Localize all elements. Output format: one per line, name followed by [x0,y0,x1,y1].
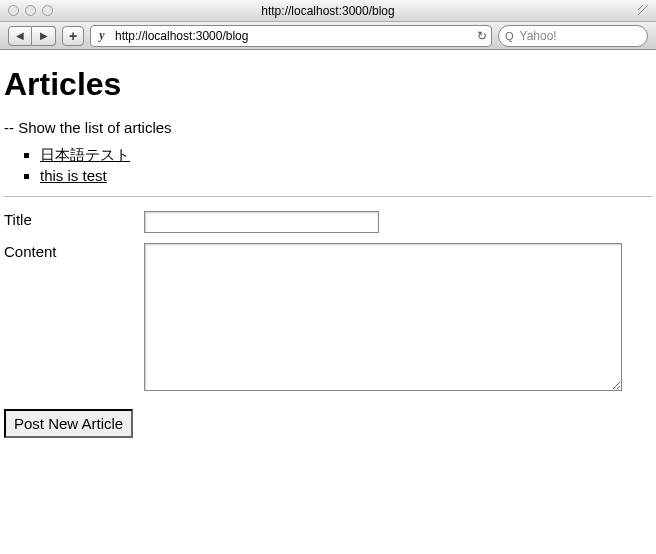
browser-window: http://localhost:3000/blog ◀ ▶ + y ↻ Q A… [0,0,656,554]
reload-icon[interactable]: ↻ [477,29,487,43]
favicon-icon: y [95,29,109,43]
close-icon[interactable] [8,5,19,16]
nav-buttons: ◀ ▶ [8,26,56,46]
article-link[interactable]: 日本語テスト [40,146,130,163]
forward-button[interactable]: ▶ [32,26,56,46]
titlebar: http://localhost:3000/blog [0,0,656,22]
form-row-title: Title [4,211,652,233]
search-input[interactable] [518,28,656,44]
divider [4,196,652,197]
browser-toolbar: ◀ ▶ + y ↻ Q [0,22,656,50]
search-icon: Q [505,30,514,42]
back-button[interactable]: ◀ [8,26,32,46]
title-label: Title [4,211,144,228]
content-textarea[interactable] [144,243,622,391]
page-heading: Articles [4,66,652,103]
resize-icon[interactable] [636,3,650,20]
article-link[interactable]: this is test [40,167,107,184]
list-item: 日本語テスト [40,146,652,165]
add-tab-button[interactable]: + [62,26,84,46]
window-title: http://localhost:3000/blog [261,4,394,18]
url-input[interactable] [113,28,473,44]
article-list: 日本語テスト this is test [4,146,652,184]
minimize-icon[interactable] [25,5,36,16]
address-bar[interactable]: y ↻ [90,25,492,47]
page-subtitle: -- Show the list of articles [4,119,652,136]
form-row-content: Content [4,243,652,391]
content-label: Content [4,243,144,260]
zoom-icon[interactable] [42,5,53,16]
title-input[interactable] [144,211,379,233]
page-content: Articles -- Show the list of articles 日本… [0,50,656,554]
search-bar[interactable]: Q [498,25,648,47]
window-controls [8,5,53,16]
submit-button[interactable]: Post New Article [4,409,133,438]
list-item: this is test [40,167,652,184]
